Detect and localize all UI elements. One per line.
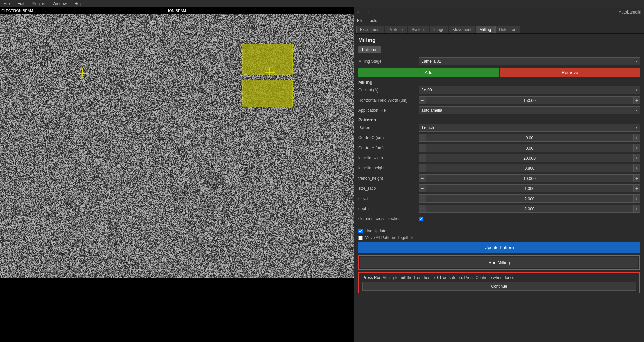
application-file-control: autolamella	[419, 106, 640, 114]
size-ratio-label: size_ratio	[358, 186, 419, 191]
lamella-height-increment[interactable]: +	[633, 164, 640, 172]
hfw-spinbox: − 150.00 +	[419, 96, 640, 104]
lamella-height-spinbox: − 0.800 +	[419, 164, 640, 172]
hfw-value: 150.00	[426, 96, 633, 104]
offset-row: offset − 2.000 +	[358, 194, 640, 203]
trench-height-decrement[interactable]: −	[419, 174, 426, 182]
menu-edit[interactable]: Edit	[16, 1, 26, 7]
hfw-decrement[interactable]: −	[419, 96, 426, 104]
pattern-select[interactable]: Trench	[419, 124, 640, 132]
centre-x-increment[interactable]: +	[633, 134, 640, 142]
minimize-icon[interactable]: −	[362, 9, 365, 15]
offset-value: 2.000	[426, 194, 633, 203]
run-milling-button[interactable]: Run Milling	[360, 257, 638, 268]
hfw-label: Horizontal Field Width (um)	[358, 98, 419, 103]
move-all-patterns-label: Move All Patterns Together	[365, 235, 413, 240]
update-pattern-button[interactable]: Update Pattern	[358, 242, 640, 253]
tab-detection[interactable]: Detection	[495, 26, 520, 33]
lamella-width-decrement[interactable]: −	[419, 154, 426, 162]
tab-milling[interactable]: Milling	[476, 26, 495, 33]
centre-y-spinbox: − 0.00 +	[419, 144, 640, 152]
centre-x-row: Centre X (um) − 0.00 +	[358, 134, 640, 142]
add-button[interactable]: Add	[358, 68, 499, 77]
application-file-select[interactable]: autolamella	[419, 106, 640, 114]
tab-bar: Experiment Protocol System Image Movemen…	[354, 24, 644, 34]
depth-row: depth − 2.000 +	[358, 205, 640, 213]
offset-decrement[interactable]: −	[419, 194, 426, 203]
remove-button[interactable]: Remove	[500, 68, 640, 77]
depth-spinbox: − 2.000 +	[419, 205, 640, 213]
cleaning-cross-section-checkbox[interactable]	[419, 217, 423, 221]
milling-stage-select[interactable]: Lamella 01	[419, 57, 640, 65]
tab-movement[interactable]: Movement	[449, 26, 475, 33]
lamella-width-spinbox: − 20.000 +	[419, 154, 640, 162]
lamella-width-value: 20.000	[426, 154, 633, 162]
panel-content: Milling Patterns Milling Stage Lamella 0…	[354, 34, 644, 342]
panel-menu-tools[interactable]: Tools	[368, 18, 377, 23]
tab-image[interactable]: Image	[430, 26, 448, 33]
viewer-canvas	[0, 14, 354, 278]
tab-system[interactable]: System	[408, 26, 429, 33]
offset-increment[interactable]: +	[633, 194, 640, 203]
lamella-width-increment[interactable]: +	[633, 154, 640, 162]
app-title: AutoLamella	[619, 10, 641, 15]
section-patterns: Patterns	[358, 117, 640, 122]
tab-protocol[interactable]: Protocol	[385, 26, 407, 33]
continue-button[interactable]: Continue	[362, 282, 636, 291]
section-milling: Milling	[358, 80, 640, 85]
size-ratio-value: 1.000	[426, 184, 633, 192]
menubar: File Edit Plugins Window Help	[0, 0, 644, 7]
size-ratio-increment[interactable]: +	[633, 184, 640, 192]
main-layout: ELECTRON BEAM ION BEAM × − □ AutoLamella…	[0, 7, 644, 342]
depth-label: depth	[358, 206, 419, 211]
application-file-label: Application File	[358, 108, 419, 113]
lamella-height-decrement[interactable]: −	[419, 164, 426, 172]
trench-height-increment[interactable]: +	[633, 174, 640, 182]
size-ratio-row: size_ratio − 1.000 +	[358, 184, 640, 192]
centre-y-decrement[interactable]: −	[419, 144, 426, 152]
panel-titlebar: × − □ AutoLamella	[354, 7, 644, 17]
menu-file[interactable]: File	[2, 1, 11, 7]
cleaning-cross-section-row: cleaning_cross_section	[358, 215, 640, 223]
milling-stage-select-wrapper: Lamella 01	[419, 57, 640, 65]
electron-beam-label: ELECTRON BEAM	[1, 9, 33, 13]
lamella-height-row: lamella_height − 0.800 +	[358, 164, 640, 172]
right-panel: × − □ AutoLamella File Tools Experiment …	[354, 7, 644, 342]
offset-label: offset	[358, 196, 419, 201]
trench-height-spinbox: − 10.000 +	[419, 174, 640, 182]
current-select-wrapper: 2e-09	[419, 86, 640, 94]
panel-menu-file[interactable]: File	[357, 18, 363, 23]
current-select[interactable]: 2e-09	[419, 86, 640, 94]
menu-help[interactable]: Help	[73, 1, 84, 7]
panel-menubar: File Tools	[354, 17, 644, 24]
menu-window[interactable]: Window	[51, 1, 68, 7]
close-icon[interactable]: ×	[357, 9, 360, 15]
pattern-select-wrapper: Trench	[419, 124, 640, 132]
live-update-checkbox[interactable]	[358, 229, 363, 233]
current-row: Current (A) 2e-09	[358, 86, 640, 94]
pattern-label: Pattern	[358, 125, 419, 130]
hfw-row: Horizontal Field Width (um) − 150.00 +	[358, 96, 640, 104]
depth-increment[interactable]: +	[633, 205, 640, 213]
depth-decrement[interactable]: −	[419, 205, 426, 213]
menu-plugins[interactable]: Plugins	[30, 1, 46, 7]
sub-tab-bar: Patterns	[358, 46, 640, 53]
move-all-patterns-checkbox[interactable]	[358, 236, 363, 240]
lamella-height-value: 0.800	[426, 164, 633, 172]
move-all-patterns-row: Move All Patterns Together	[358, 235, 640, 240]
centre-x-value: 0.00	[426, 134, 633, 142]
add-remove-row: Add Remove	[358, 68, 640, 77]
lamella-height-label: lamella_height	[358, 166, 419, 170]
maximize-icon[interactable]: □	[368, 9, 371, 15]
ion-beam-label: ION BEAM	[168, 9, 186, 13]
trench-height-row: trench_height − 10.000 +	[358, 174, 640, 182]
centre-x-decrement[interactable]: −	[419, 134, 426, 142]
depth-value: 2.000	[426, 205, 633, 213]
centre-y-row: Centre Y (um) − 0.00 +	[358, 144, 640, 152]
tab-experiment[interactable]: Experiment	[356, 26, 384, 33]
hfw-increment[interactable]: +	[633, 96, 640, 104]
size-ratio-decrement[interactable]: −	[419, 184, 426, 192]
centre-y-increment[interactable]: +	[633, 144, 640, 152]
sub-tab-patterns[interactable]: Patterns	[358, 46, 381, 53]
centre-x-spinbox: − 0.00 +	[419, 134, 640, 142]
